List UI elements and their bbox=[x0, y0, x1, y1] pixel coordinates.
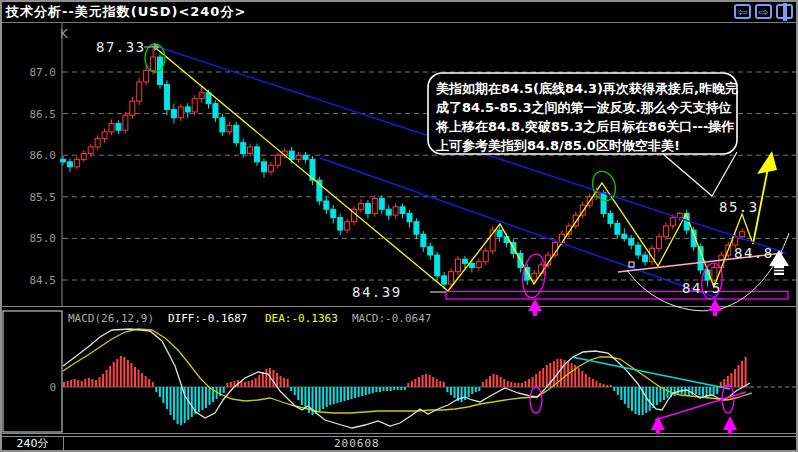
candle bbox=[81, 154, 86, 160]
back-arrow-button[interactable]: ⇦ bbox=[734, 4, 751, 19]
k-chart-label: K bbox=[60, 27, 69, 41]
support-new-label: 84.8 bbox=[734, 245, 774, 261]
candle bbox=[428, 247, 433, 255]
macd-side-panel bbox=[3, 311, 62, 432]
candle bbox=[213, 104, 218, 118]
candle bbox=[67, 162, 72, 167]
candle bbox=[407, 213, 412, 221]
buy-arrow-2-stem bbox=[713, 311, 717, 316]
status-bar: 240分 200608 bbox=[2, 436, 796, 451]
candle bbox=[400, 207, 405, 214]
candle bbox=[740, 232, 745, 237]
candle bbox=[102, 132, 107, 139]
callout-text-line-4: 上可参考美指到84.8/85.0区时做空非美! bbox=[436, 138, 680, 153]
callout-text-line-1: 美指如期在84.5(底线84.3)再次获得承接后,昨晚完 bbox=[435, 81, 739, 96]
period-selector[interactable]: 240分 bbox=[2, 437, 64, 451]
candle bbox=[365, 203, 370, 213]
macd-header-value: MACD(26,12,9) bbox=[68, 312, 154, 325]
candle bbox=[275, 155, 280, 165]
candle bbox=[255, 147, 260, 162]
candle bbox=[345, 222, 350, 230]
support-old-label: 84.5 bbox=[682, 280, 722, 296]
macd-header-value: DIFF:-0.1687 bbox=[168, 312, 247, 325]
candle bbox=[151, 57, 156, 70]
candle bbox=[358, 203, 363, 209]
candle bbox=[130, 101, 135, 115]
candle bbox=[393, 207, 398, 215]
candle bbox=[670, 218, 675, 226]
candle bbox=[622, 234, 627, 238]
candle bbox=[608, 213, 613, 223]
y-axis-label: 84.5 bbox=[30, 274, 57, 287]
peak-price-label: 87.33 bbox=[96, 39, 146, 55]
channel-line-lower-blue bbox=[320, 158, 723, 300]
candle bbox=[712, 268, 717, 280]
candle bbox=[199, 93, 204, 99]
forward-arrow-button[interactable]: ⇨ bbox=[755, 4, 772, 19]
buy-arrow-1-stem bbox=[533, 311, 537, 316]
y-axis-label: 87.0 bbox=[30, 66, 57, 79]
candle bbox=[615, 223, 620, 234]
arc-handle-square bbox=[629, 262, 634, 267]
candle bbox=[241, 143, 246, 154]
candle bbox=[261, 162, 266, 172]
maximize-icon bbox=[783, 3, 787, 21]
technical-analysis-window: 技术分析--美元指数(USD)<240分> ⇦ ⇨ 87.086.586.085… bbox=[0, 0, 798, 452]
candle bbox=[338, 218, 343, 230]
candle bbox=[663, 226, 668, 237]
macd-circle-magenta-1 bbox=[530, 387, 542, 413]
candle bbox=[601, 193, 606, 214]
candle bbox=[137, 82, 142, 101]
macd-zero-label: 0 bbox=[49, 381, 56, 394]
candle bbox=[462, 259, 467, 263]
candle bbox=[643, 255, 648, 262]
candle bbox=[192, 99, 197, 112]
candle bbox=[109, 124, 114, 132]
main-chart-canvas[interactable]: 87.086.586.085.585.084.5K0MACD(26,12,9)D… bbox=[0, 23, 798, 436]
candle bbox=[372, 198, 377, 213]
candle bbox=[469, 263, 474, 267]
buy-arrow-2 bbox=[708, 299, 722, 311]
date-axis-label: 200608 bbox=[334, 437, 380, 450]
candle bbox=[442, 276, 447, 284]
callout-text-line-3: 将上移在84.8.突破85.3之后目标在86关口---操作 bbox=[435, 119, 734, 134]
candle bbox=[386, 209, 391, 215]
callout-pointer-right bbox=[712, 152, 737, 196]
candle bbox=[483, 251, 488, 262]
macd-header-value: DEA:-0.1363 bbox=[265, 312, 338, 325]
support-band-magenta bbox=[446, 292, 788, 300]
candle bbox=[379, 198, 384, 209]
candle bbox=[331, 209, 336, 217]
y-axis-label: 85.5 bbox=[30, 191, 57, 204]
candle bbox=[449, 272, 454, 284]
candle bbox=[414, 222, 419, 234]
candle bbox=[324, 201, 329, 209]
candle bbox=[227, 125, 232, 132]
callout-text-line-2: 成了84.5-85.3之间的第一波反攻.那么今天支持位 bbox=[435, 100, 731, 115]
macd-layer: MACD(26,12,9)DIFF:-0.1687DEA:-0.1363MACD… bbox=[63, 312, 752, 428]
maximize-button[interactable] bbox=[776, 4, 793, 19]
candle bbox=[74, 159, 79, 166]
candle bbox=[268, 165, 273, 172]
candle bbox=[88, 147, 93, 154]
candle bbox=[636, 245, 641, 255]
buy-arrow-1 bbox=[528, 299, 542, 311]
y-axis-label: 86.5 bbox=[30, 108, 57, 121]
callout-pointer-left bbox=[663, 154, 712, 196]
low-price-label: 84.39 bbox=[352, 284, 402, 300]
macd-header-value: MACD:-0.0647 bbox=[352, 312, 431, 325]
macd-buy-arrow-1-stem bbox=[656, 430, 660, 434]
candle bbox=[476, 262, 481, 268]
y-axis-label: 85.0 bbox=[30, 232, 57, 245]
candle bbox=[95, 139, 100, 147]
resistance-label: 85.3 bbox=[719, 199, 759, 215]
candle bbox=[303, 155, 308, 159]
candle bbox=[185, 107, 190, 112]
candle bbox=[123, 115, 128, 130]
window-buttons: ⇦ ⇨ bbox=[734, 4, 793, 19]
candle bbox=[234, 125, 239, 142]
projection-arrowhead bbox=[757, 151, 777, 174]
candle bbox=[421, 234, 426, 246]
candle bbox=[144, 70, 149, 82]
window-title: 技术分析--美元指数(USD)<240分> bbox=[2, 2, 796, 22]
